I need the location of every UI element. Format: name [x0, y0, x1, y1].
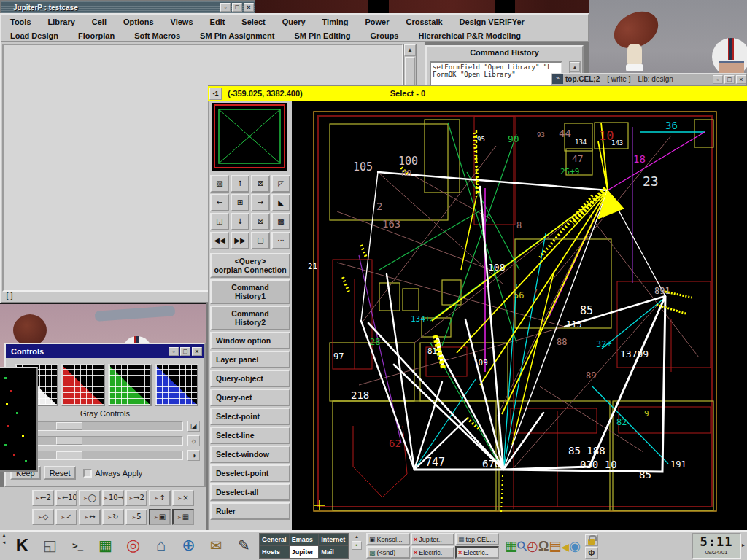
lock-icon[interactable]	[585, 534, 598, 546]
nav-button[interactable]: ◲	[210, 213, 229, 230]
mouse-tool-button[interactable]: ▦	[172, 509, 194, 525]
side-tool-button[interactable]: Window option	[210, 332, 290, 349]
maximize-button[interactable]: □	[724, 75, 735, 84]
mouse-tool-button[interactable]: ←2	[32, 490, 54, 506]
mouse-tool-button[interactable]: 5	[125, 509, 147, 525]
side-tool-button[interactable]: Deselect-point	[210, 464, 290, 482]
nav-button[interactable]: ▶▶	[231, 232, 249, 249]
nav-button[interactable]: ▩	[271, 213, 290, 230]
nav-button[interactable]: ▢	[251, 232, 270, 249]
view-number-button[interactable]: -1	[209, 88, 222, 100]
gamma-slider[interactable]	[16, 421, 183, 431]
side-tool-button[interactable]: Query-net	[210, 389, 290, 406]
taskbar-window-button[interactable]: × Electric..	[455, 546, 499, 559]
pager-cell[interactable]: Jupiter	[290, 546, 319, 558]
volume-icon[interactable]: ◀	[561, 542, 569, 552]
nav-button[interactable]: ···	[271, 232, 290, 249]
toolbar-item[interactable]: Load Design	[10, 31, 58, 40]
nav-button[interactable]: ↓	[231, 213, 249, 230]
toolbar-item[interactable]: Groups	[370, 31, 398, 40]
side-tool-button[interactable]: <Query> oorplan Connection	[210, 253, 290, 278]
taskbar-clock[interactable]: 5:11 09/24/01	[692, 533, 741, 559]
taskbar-window-button[interactable]: ▩ (<snd)	[366, 546, 410, 559]
pager-cell[interactable]: General	[260, 534, 289, 545]
mouse-tool-button[interactable]: ✓	[55, 509, 77, 525]
close-button[interactable]: ×	[244, 3, 254, 12]
toolbar-item[interactable]: Hierarchical P&R Modeling	[419, 31, 522, 40]
jupiter-window-titlebar[interactable]: JupiterP : testcase ▫ □ ×	[1, 1, 255, 13]
always-apply-checkbox[interactable]	[83, 469, 92, 478]
nav-button[interactable]: ◀◀	[210, 232, 229, 249]
side-tool-button[interactable]: Command History2	[210, 306, 290, 330]
reset-button[interactable]: Reset	[44, 466, 77, 480]
pager-cell[interactable]: Emacs	[290, 534, 319, 545]
system-monitor-icon[interactable]: ▦	[92, 532, 119, 559]
close-button[interactable]: ×	[736, 75, 746, 84]
blue-gradient-swatch[interactable]	[155, 364, 198, 406]
editor-icon[interactable]: ✎	[231, 532, 258, 559]
nav-button[interactable]: ▨	[210, 175, 229, 192]
maximize-button[interactable]: □	[180, 347, 190, 356]
browser-icon[interactable]: ⊕	[175, 532, 202, 559]
nav-button[interactable]: ⊞	[231, 194, 249, 211]
panel-left-icon[interactable]: ◂	[3, 540, 6, 545]
taskbar-window-button[interactable]: ▦ top.CEL...	[455, 533, 499, 545]
konsole-icon[interactable]: >_	[64, 532, 91, 559]
home-icon[interactable]: ⌂	[147, 532, 174, 559]
maximize-button[interactable]: □	[232, 3, 242, 12]
mouse-tool-button[interactable]: ↔	[79, 509, 101, 525]
menu-item[interactable]: Library	[48, 18, 75, 26]
toolbar-item[interactable]: Floorplan	[78, 31, 115, 40]
menu-item[interactable]: Query	[282, 18, 306, 26]
slider-thumb[interactable]	[56, 422, 82, 430]
command-history-log[interactable]: setFormField "Open Library" "L FormOK "O…	[430, 61, 562, 86]
menu-item[interactable]: Timing	[322, 18, 349, 26]
layout-canvas[interactable]: 10510088216395909344134143104725+9182336…	[292, 101, 747, 530]
menu-item[interactable]: Cell	[92, 18, 107, 26]
toolbar-item[interactable]: SM Pin Assignment	[200, 31, 274, 40]
contrast-slider[interactable]	[16, 451, 183, 460]
cdrom-icon[interactable]: ◉	[569, 540, 581, 553]
gnu-icon[interactable]: Ω	[538, 540, 549, 553]
klipper-icon[interactable]: ▤	[549, 540, 561, 553]
mouse-tool-button[interactable]: 10→	[102, 490, 124, 506]
minimize-button[interactable]: ▫	[169, 347, 179, 356]
slider-thumb[interactable]	[56, 451, 82, 459]
mouse-tool-button[interactable]: ←10	[55, 490, 77, 506]
mouse-tool-button[interactable]: ↻	[102, 509, 124, 525]
green-gradient-swatch[interactable]	[108, 364, 152, 406]
layout-window-titlebar[interactable]: » top.CEL;2 [ write ] Lib: design ▫ □ ×	[551, 73, 747, 85]
nav-button[interactable]: ←	[210, 194, 229, 211]
nav-button[interactable]: ⊠	[251, 213, 270, 230]
side-tool-button[interactable]: Select-line	[210, 427, 290, 444]
side-tool-button[interactable]: Command History1	[210, 279, 290, 304]
brightness-slider[interactable]	[16, 436, 183, 446]
mouse-tool-button[interactable]: ◯	[79, 490, 101, 506]
toolbar-item[interactable]: Soft Macros	[134, 31, 180, 40]
show-desktop-icon[interactable]: ◱	[36, 532, 63, 559]
menu-item[interactable]: Crosstalk	[406, 18, 442, 26]
pager-cell[interactable]: Hosts	[260, 546, 289, 558]
nav-button[interactable]: →	[251, 194, 270, 211]
nav-button[interactable]: ◣	[271, 194, 290, 211]
nav-button[interactable]: ⊠	[251, 175, 270, 192]
controls-titlebar[interactable]: Controls ▫ □ ×	[6, 344, 204, 358]
minimize-button[interactable]: ▫	[220, 3, 231, 12]
mouse-tool-button[interactable]: ▣	[149, 509, 171, 525]
menu-item[interactable]: Tools	[10, 18, 31, 26]
minimize-button[interactable]: ▫	[713, 75, 723, 84]
taskbar-window-button[interactable]: × Electric.	[411, 546, 454, 559]
mouse-tool-button[interactable]: ◇	[32, 509, 54, 525]
panel-hide-arrows[interactable]: ▴ ◂	[0, 532, 8, 560]
menu-item[interactable]: Options	[123, 18, 154, 26]
overview-navigator[interactable]	[212, 103, 287, 171]
menu-item[interactable]: Edit	[210, 18, 225, 26]
pager-cell[interactable]: Mail	[319, 546, 348, 558]
help-icon[interactable]: ◎	[120, 532, 147, 559]
mouse-tool-button[interactable]: →2	[125, 490, 147, 506]
panel-right-icon[interactable]: ▸	[742, 542, 745, 548]
side-tool-button[interactable]: Layer panel	[210, 351, 290, 368]
nav-button[interactable]: ↑	[231, 175, 249, 192]
nav-button[interactable]: ◸	[271, 175, 290, 192]
side-tool-button[interactable]: Select-window	[210, 446, 290, 463]
